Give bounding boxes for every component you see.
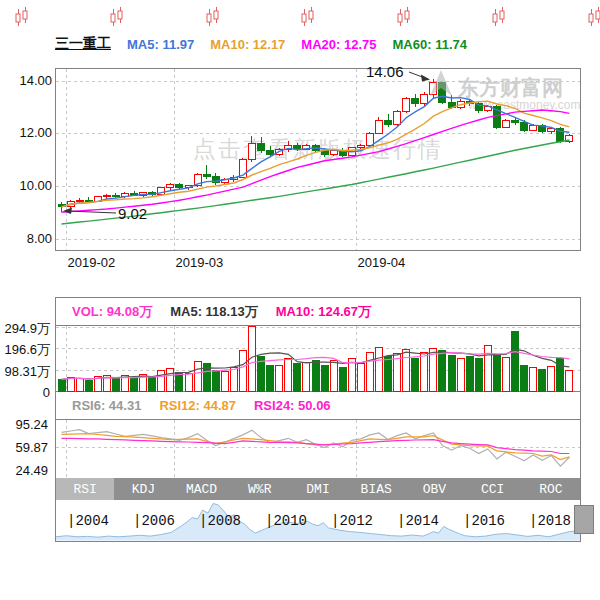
- rsi-tick-label: 95.24: [0, 417, 48, 432]
- tab-macd[interactable]: MACD: [172, 478, 230, 500]
- tab-bias[interactable]: BIAS: [347, 478, 405, 500]
- tab-kdj[interactable]: KDJ: [114, 478, 172, 500]
- rsi-panel-header: RSI6: 44.31 RSI12: 44.87 RSI24: 50.06: [72, 398, 331, 413]
- rsi6-value-label: RSI6: 44.31: [72, 398, 141, 413]
- rsi-tick-label: 24.49: [0, 463, 48, 478]
- tab-roc[interactable]: ROC: [522, 478, 580, 500]
- tab-wr[interactable]: W%R: [231, 478, 289, 500]
- ma10-value-label: MA10: 12.17: [210, 37, 285, 52]
- date-tick-label: 2019-03: [176, 255, 224, 270]
- ma5-value-label: MA5: 11.97: [127, 37, 194, 52]
- mini-candle-watermarks: [16, 7, 600, 26]
- volume-panel-header: VOL: 94.08万 MA5: 118.13万 MA10: 124.67万: [72, 303, 371, 321]
- ma60-value-label: MA60: 11.74: [393, 37, 467, 52]
- price-tick-label: 8.00: [2, 231, 52, 246]
- price-tick-label: 14.00: [2, 73, 52, 88]
- price-tick-label: 10.00: [2, 178, 52, 193]
- nav-year-2016: |2016: [463, 513, 505, 529]
- volume-tick-label: 294.9万: [0, 320, 50, 338]
- stock-name-link[interactable]: 三一重工: [55, 35, 111, 53]
- candlesticks: [58, 79, 573, 212]
- tab-dmi[interactable]: DMI: [289, 478, 347, 500]
- ma20-value-label: MA20: 12.75: [301, 37, 376, 52]
- chart-header: 三一重工 MA5: 11.97 MA10: 12.17 MA20: 12.75 …: [55, 35, 467, 53]
- volume-tick-label: 98.31万: [0, 363, 50, 381]
- stock-chart-widget: 点击查看新版极速行情 东方财富网 www.eastmoney.com 三一重工 …: [0, 0, 600, 600]
- tab-rsi[interactable]: RSI: [56, 478, 114, 500]
- nav-year-2004: |2004: [67, 513, 109, 529]
- nav-year-2010: |2010: [265, 513, 307, 529]
- date-tick-label: 2019-04: [358, 255, 406, 270]
- low-annotation: 9.02: [118, 205, 147, 222]
- nav-year-2008: |2008: [199, 513, 241, 529]
- navigator-slider-handle[interactable]: [574, 505, 594, 534]
- rsi24-value-label: RSI24: 50.06: [254, 398, 331, 413]
- vol-ma5-value-label: MA5: 118.13万: [170, 303, 257, 321]
- nav-year-2018: |2018: [529, 513, 571, 529]
- tab-obv[interactable]: OBV: [405, 478, 463, 500]
- volume-tick-label: 0: [0, 385, 50, 400]
- price-tick-label: 12.00: [2, 125, 52, 140]
- nav-year-2006: |2006: [133, 513, 175, 529]
- nav-year-2014: |2014: [397, 513, 439, 529]
- volume-bars: [58, 327, 573, 392]
- rsi-tick-label: 59.87: [0, 440, 48, 455]
- vol-ma10-value-label: MA10: 124.67万: [276, 303, 371, 321]
- indicator-tabbar: RSIKDJMACDW%RDMIBIASOBVCCIROC: [56, 478, 580, 500]
- nav-year-2012: |2012: [331, 513, 373, 529]
- high-annotation: 14.06: [366, 63, 404, 80]
- date-tick-label: 2019-02: [68, 255, 116, 270]
- chart-canvas: [0, 0, 600, 600]
- tab-cci[interactable]: CCI: [464, 478, 522, 500]
- volume-tick-label: 196.6万: [0, 341, 50, 359]
- rsi12-value-label: RSI12: 44.87: [159, 398, 236, 413]
- vol-value-label: VOL: 94.08万: [72, 303, 152, 321]
